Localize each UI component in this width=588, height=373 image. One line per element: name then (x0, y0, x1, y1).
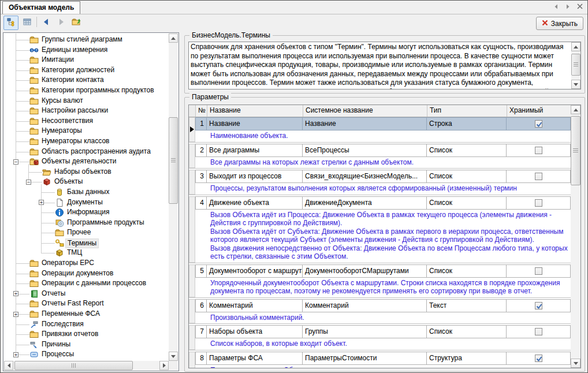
description-scrollbar[interactable] (571, 42, 580, 89)
grid-view-button[interactable] (20, 16, 35, 30)
table-row-1[interactable]: 1НазваниеНазваниеСтрока (195, 117, 571, 130)
tree-item-26[interactable]: Отчеты Fast Report (4, 299, 169, 309)
tree-item-25[interactable]: +Отчеты (4, 289, 169, 299)
tree-item-label[interactable]: Наборы объектов (53, 167, 113, 176)
tree-item-13[interactable]: Наборы объектов (4, 167, 169, 177)
row-gutter[interactable] (189, 117, 195, 142)
tree-item-label[interactable]: Информация (65, 208, 111, 217)
tree-item-label[interactable]: Категории контакта (40, 76, 106, 84)
expand-box-icon[interactable]: + (39, 200, 44, 205)
tree-item-label[interactable]: ТМЦ (65, 248, 84, 257)
tree-item-label[interactable]: Настройки рассылки (40, 106, 110, 115)
column-header-name[interactable]: Название (207, 105, 303, 117)
tree-item-2[interactable]: Имитации (4, 55, 169, 65)
cell-system-name[interactable]: ДвижениеДокумента (303, 196, 427, 210)
tree-item-label[interactable]: Имитации (40, 55, 76, 64)
tree-item-label[interactable]: Объекты (53, 177, 85, 186)
tree-item-label[interactable]: Операции с данными процессов (40, 279, 148, 288)
tree-item-0[interactable]: Группы стилей диаграмм (4, 35, 169, 45)
cell-name[interactable]: Название (207, 117, 303, 130)
description-textarea[interactable]: Справочник для хранения объектов с типом… (188, 42, 581, 89)
tree-item-label[interactable]: Объекты деятельности (40, 157, 118, 166)
table-row-7[interactable]: 7Наборы объектаГруппыСписок (195, 325, 571, 338)
tree-item-6[interactable]: Курсы валют (4, 96, 169, 106)
tab-close-icon[interactable] (577, 3, 583, 9)
cell-number[interactable]: 8 (195, 352, 207, 365)
checkbox-unchecked-icon[interactable] (535, 328, 542, 335)
cell-system-name[interactable]: ВсеПроцессы (303, 144, 427, 157)
tree-item-label[interactable]: Последствия (40, 320, 85, 329)
cell-type[interactable]: Список (427, 170, 507, 183)
cell-stored[interactable] (507, 352, 571, 365)
tree-item-21[interactable]: ТМЦ (4, 248, 169, 258)
tree-item-label[interactable]: Отчеты Fast Report (40, 299, 106, 308)
cell-stored[interactable] (507, 325, 571, 338)
table-row-8[interactable]: 8Параметры ФСАПараметрыСтоимостиСтруктур… (195, 352, 571, 365)
cell-stored[interactable] (507, 299, 571, 312)
cell-number[interactable]: 4 (195, 196, 207, 210)
tree-horizontal-scrollbar[interactable] (4, 361, 169, 370)
cell-number[interactable]: 2 (195, 144, 207, 157)
cell-type[interactable]: Список (427, 325, 507, 338)
tree-item-27[interactable]: +Переменные ФСА (4, 309, 169, 319)
scroll-down-button[interactable] (169, 352, 178, 361)
tree-vertical-scrollbar[interactable] (169, 33, 178, 361)
cell-name[interactable]: Движение объекта (207, 196, 303, 210)
nav-back-button[interactable] (39, 16, 54, 30)
expand-box-icon[interactable]: + (13, 352, 18, 357)
column-header-type[interactable]: Тип (427, 105, 507, 117)
cell-number[interactable]: 1 (195, 117, 207, 130)
tree-item-11[interactable]: Область распространения аудита (4, 147, 169, 157)
tree-item-23[interactable]: Операции документов (4, 268, 169, 279)
scroll-left-button[interactable] (4, 361, 13, 370)
tree-item-label[interactable]: Нумераторы классов (40, 137, 111, 146)
cell-type[interactable]: Список (427, 196, 507, 210)
tree-item-label[interactable]: Операции документов (40, 269, 115, 278)
row-gutter[interactable] (189, 264, 195, 297)
cell-number[interactable]: 7 (195, 325, 207, 338)
tree-item-label[interactable]: Отчеты (40, 289, 67, 298)
tree-item-label[interactable]: Переменные ФСА (40, 309, 102, 318)
cell-type[interactable]: Строка (427, 117, 507, 130)
cell-system-name[interactable]: ДокументооборотСМаршрутами (303, 264, 427, 278)
checkbox-unchecked-icon[interactable] (535, 173, 542, 180)
tree-item-9[interactable]: Нумераторы (4, 126, 169, 136)
cell-number[interactable]: 3 (195, 170, 207, 183)
tree-item-18[interactable]: Программные продукты (4, 218, 169, 228)
tree-item-19[interactable]: Прочее (4, 227, 169, 238)
nav-forward-button[interactable] (54, 16, 69, 30)
scroll-up-button[interactable] (571, 42, 580, 51)
parameters-scroll-thumb[interactable] (571, 116, 580, 185)
parameters-scrollbar[interactable] (571, 105, 580, 368)
tab-scroll-right-icon[interactable] (565, 4, 570, 9)
table-row-2[interactable]: 2Все диаграммыВсеПроцессыСписок (195, 144, 571, 157)
tree-item-14[interactable]: −Объекты (4, 177, 169, 187)
tree-item-label[interactable]: Нумераторы (40, 126, 84, 135)
tree-item-label[interactable]: Группы стилей диаграмм (40, 35, 124, 44)
tree-item-label[interactable]: Привязки отчетов (40, 330, 100, 338)
scroll-up-button[interactable] (571, 105, 580, 114)
cell-system-name[interactable]: Комментарий (303, 299, 427, 312)
tree-item-label[interactable]: Причины (40, 340, 72, 349)
tree-item-8[interactable]: Несоответствия (4, 116, 169, 126)
scroll-down-button[interactable] (571, 80, 580, 89)
cell-stored[interactable] (507, 196, 571, 210)
collapse-box-icon[interactable]: − (26, 180, 31, 185)
column-header-num[interactable]: № (196, 105, 207, 117)
tree-item-label[interactable]: Несоответствия (40, 117, 95, 125)
cell-stored[interactable] (507, 144, 571, 157)
table-row-6[interactable]: 6КомментарийКомментарийТекст (195, 299, 571, 312)
checkbox-checked-icon[interactable] (535, 120, 542, 128)
tree-item-10[interactable]: Нумераторы классов (4, 136, 169, 147)
table-row-5[interactable]: 5Документооборот с маршрутамиДокументооб… (195, 264, 571, 278)
tree-vscroll-thumb[interactable] (169, 117, 178, 204)
tree-item-label[interactable]: Процессы (40, 350, 76, 359)
cell-name[interactable]: Комментарий (207, 299, 303, 312)
column-header-system[interactable]: Системное название (303, 105, 427, 117)
checkbox-checked-icon[interactable] (535, 302, 542, 309)
tree-item-22[interactable]: Операторы EPC (4, 258, 169, 268)
row-gutter[interactable] (189, 299, 195, 324)
cell-stored[interactable] (507, 170, 571, 183)
row-gutter[interactable] (189, 196, 195, 263)
tree-item-3[interactable]: Категории должностей (4, 65, 169, 76)
